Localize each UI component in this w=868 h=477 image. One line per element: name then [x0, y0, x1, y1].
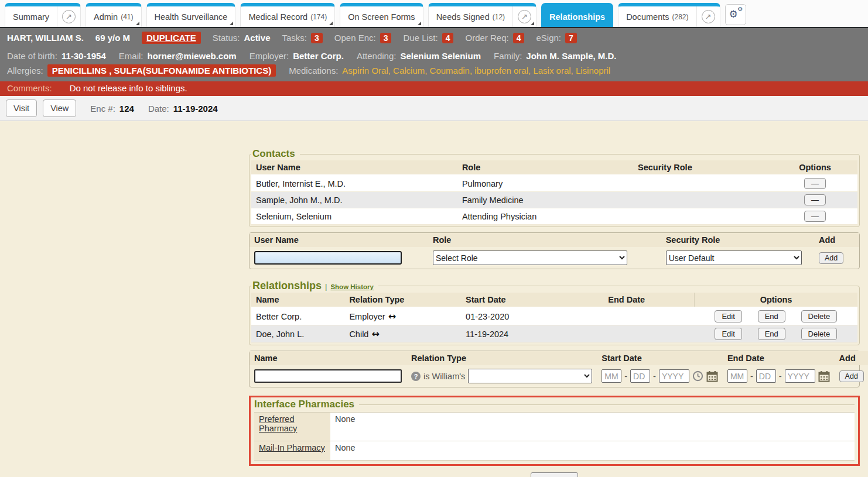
comments-label: Comments:	[7, 83, 52, 93]
tasks-badge[interactable]: 3	[311, 33, 323, 43]
tab-admin[interactable]: Admin(41)	[86, 3, 141, 27]
end-month-input[interactable]	[727, 369, 747, 383]
contact-role-select[interactable]: Select Role	[433, 250, 627, 265]
view-button[interactable]: View	[43, 99, 76, 117]
tab-needs-signed[interactable]: Needs Signed(12) ↗	[428, 3, 536, 27]
relationship-name-input[interactable]	[254, 369, 402, 383]
tab-documents[interactable]: Documents(282) ↗	[618, 3, 720, 27]
end-year-input[interactable]	[785, 369, 815, 383]
medication-link[interactable]: Lasix oral	[528, 66, 571, 76]
delete-relationship-button[interactable]: Delete	[801, 310, 838, 322]
relationship-type: Child	[349, 330, 368, 339]
tab-summary[interactable]: Summary ↗	[5, 3, 81, 27]
esign-label: eSign:	[536, 33, 561, 43]
submenu-indicator-icon	[230, 22, 233, 25]
relationship-type: Employer	[349, 312, 385, 321]
pharmacies-table: Preferred Pharmacy None Mail-In Pharmacy…	[254, 412, 855, 461]
contacts-header-role: Role	[457, 160, 633, 175]
add-relationship-header-add: Add	[835, 351, 868, 365]
add-contact-header-role: Role	[428, 233, 661, 247]
add-relationship-button[interactable]: Add	[839, 370, 864, 382]
medication-link[interactable]: Calcium	[388, 66, 425, 76]
end-relationship-button[interactable]: End	[758, 328, 785, 340]
relation-type-select[interactable]	[468, 369, 592, 383]
tab-label: On Screen Forms	[348, 12, 415, 22]
relationship-start-date: 11-19-2024	[461, 325, 603, 343]
start-date-calendar-button[interactable]	[706, 370, 718, 382]
esign-badge[interactable]: 7	[565, 33, 577, 43]
start-day-input[interactable]	[630, 369, 650, 383]
preferred-pharmacy-link[interactable]: Preferred Pharmacy	[259, 414, 297, 433]
contact-user-name-input[interactable]	[254, 251, 402, 265]
open-enc-badge[interactable]: 3	[380, 33, 392, 43]
main-content: Contacts User Name Role Security Role Op…	[249, 121, 860, 477]
bidirectional-arrow-icon: ↔	[371, 328, 379, 339]
summary-popout-button[interactable]: ↗	[57, 6, 80, 27]
submenu-indicator-icon	[329, 22, 333, 25]
patient-age-sex: 69 y/o M	[95, 33, 130, 43]
duplicate-flag-link[interactable]: DUPLICATE	[142, 32, 201, 44]
submit-button[interactable]: Submit	[531, 472, 578, 477]
contact-security-role-select[interactable]: User Default	[666, 250, 802, 265]
add-relationship-box: Name Relation Type Start Date End Date A…	[249, 351, 860, 387]
tab-relationships[interactable]: Relationships	[541, 3, 613, 27]
relationship-end-date	[603, 325, 694, 343]
delete-relationship-button[interactable]: Delete	[801, 328, 838, 340]
edit-relationship-button[interactable]: Edit	[715, 328, 741, 340]
show-history-link[interactable]: Show History	[330, 283, 373, 290]
calendar-icon	[706, 370, 718, 382]
tab-label: Documents	[626, 12, 669, 22]
edit-relationship-button[interactable]: Edit	[715, 310, 741, 322]
tab-count: (41)	[121, 13, 133, 21]
patient-header-bar: HART, WILLIAM S. 69 y/o M DUPLICATE Stat…	[0, 28, 868, 47]
contacts-header-options: Options	[773, 160, 857, 175]
start-year-input[interactable]	[659, 369, 689, 383]
remove-contact-button[interactable]: —	[804, 178, 826, 189]
end-day-input[interactable]	[756, 369, 776, 383]
allergies-value[interactable]: PENICILLINS , SULFA(SULFONAMIDE ANTIBIOT…	[47, 64, 276, 77]
attending-value: Selenium Selenium	[400, 51, 481, 61]
add-contact-box: User Name Role Security Role Add Select …	[249, 232, 860, 269]
interface-pharmacies-section: Interface Pharmacies Preferred Pharmacy …	[249, 396, 860, 466]
tab-health-surveillance[interactable]: Health Surveillance	[146, 3, 236, 27]
relationship-end-date	[603, 307, 694, 325]
relationships-header-name: Name	[251, 293, 344, 307]
settings-button[interactable]: ⚙ ⚙	[725, 4, 746, 25]
date-separator: -	[779, 372, 782, 381]
relationships-table: Name Relation Type Start Date End Date O…	[251, 293, 857, 343]
order-req-badge[interactable]: 4	[513, 33, 525, 43]
end-date-calendar-button[interactable]	[818, 370, 830, 382]
date-separator: -	[750, 372, 753, 381]
tab-count: (282)	[672, 13, 688, 21]
employer-value: Better Corp.	[293, 51, 344, 61]
contact-role: Attending Physician	[457, 208, 633, 225]
add-contact-header-user-name: User Name	[250, 233, 428, 247]
status-value: Active	[244, 33, 270, 43]
due-list-badge[interactable]: 4	[442, 33, 454, 43]
documents-popout-button[interactable]: ↗	[696, 6, 720, 27]
tab-label: Summary	[13, 12, 49, 22]
end-relationship-button[interactable]: End	[758, 310, 785, 322]
visit-button[interactable]: Visit	[6, 99, 37, 117]
medication-link[interactable]: Lisinopril	[571, 66, 611, 76]
medication-link[interactable]: Coumadin	[425, 66, 470, 76]
remove-contact-button[interactable]: —	[804, 194, 826, 205]
patient-details-bar: Date of birth:11-30-1954 Email:horner@mi…	[0, 47, 868, 81]
tab-label: Medical Record	[248, 12, 307, 22]
medications-label: Medications:	[289, 66, 338, 76]
tab-label: Needs Signed	[436, 12, 490, 22]
help-icon[interactable]: ?	[411, 372, 421, 381]
mail-in-pharmacy-link[interactable]: Mail-In Pharmacy	[259, 443, 325, 452]
email-value: horner@mieweb.com	[147, 51, 236, 61]
medication-link[interactable]: ibuprofen oral	[470, 66, 528, 76]
start-date-now-button[interactable]	[692, 370, 703, 382]
tab-on-screen-forms[interactable]: On Screen Forms	[340, 3, 423, 27]
start-month-input[interactable]	[602, 369, 621, 383]
dob-label: Date of birth:	[7, 51, 57, 61]
medication-link[interactable]: Aspirin Oral	[342, 66, 388, 76]
date-separator: -	[653, 372, 656, 381]
remove-contact-button[interactable]: —	[804, 211, 826, 222]
tab-medical-record[interactable]: Medical Record(174)	[240, 3, 335, 27]
employer-label: Employer:	[250, 51, 289, 61]
add-contact-button[interactable]: Add	[819, 252, 843, 264]
